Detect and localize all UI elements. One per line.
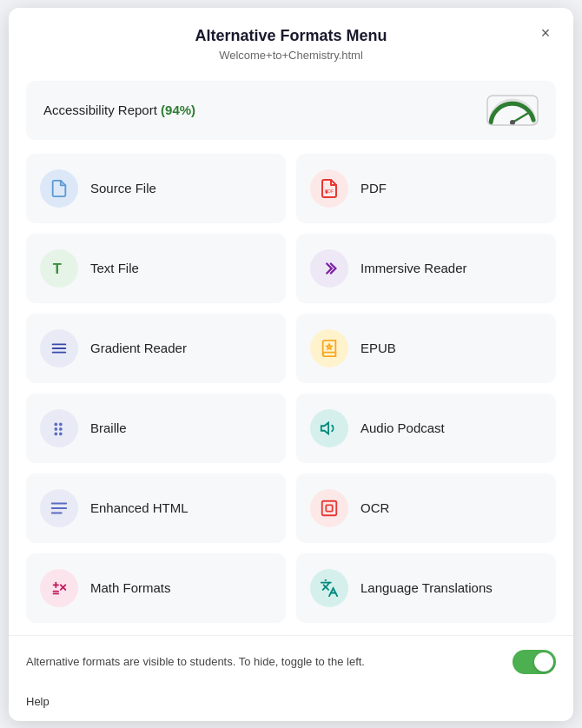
text-file-icon: T	[40, 249, 78, 288]
enhanced-html-icon	[40, 489, 78, 527]
svg-rect-19	[322, 500, 337, 515]
gradient-reader-label: Gradient Reader	[90, 341, 187, 355]
modal-header: Alternative Formats Menu Welcome+to+Chem…	[9, 8, 573, 69]
epub-label: EPUB	[360, 341, 396, 355]
accessibility-bar: Accessibility Report (94%)	[26, 81, 556, 140]
accessibility-percent: (94%)	[161, 103, 195, 117]
help-link[interactable]: Help	[26, 695, 50, 708]
pdf-label: PDF	[360, 181, 387, 195]
ocr-icon	[310, 489, 348, 527]
svg-point-11	[55, 432, 58, 435]
grid-item-ocr[interactable]: OCR	[296, 473, 556, 543]
audio-podcast-label: Audio Podcast	[360, 420, 445, 435]
enhanced-html-label: Enhanced HTML	[90, 500, 188, 515]
footer-text: Alternative formats are visible to stude…	[26, 655, 513, 668]
grid-item-epub[interactable]: EPUB	[296, 314, 556, 383]
gradient-reader-icon	[40, 329, 78, 367]
format-grid: Source FilePDFPDFTText FileImmersive Rea…	[9, 140, 573, 635]
accessibility-label: Accessibility Report (94%)	[43, 103, 195, 117]
modal-title: Alternative Formats Menu	[26, 27, 556, 45]
pdf-icon: PDF	[310, 169, 348, 208]
modal-container: Alternative Formats Menu Welcome+to+Chem…	[9, 8, 573, 721]
language-translations-icon	[310, 569, 348, 607]
svg-point-13	[59, 427, 63, 431]
svg-point-10	[55, 427, 58, 431]
grid-item-enhanced-html[interactable]: Enhanced HTML	[26, 473, 286, 543]
accessibility-text-label: Accessibility Report	[43, 103, 161, 117]
toggle-knob	[534, 652, 553, 672]
grid-item-immersive-reader[interactable]: Immersive Reader	[296, 234, 556, 303]
svg-point-9	[55, 422, 58, 426]
svg-marker-15	[321, 422, 328, 433]
svg-point-14	[59, 432, 63, 435]
math-formats-icon	[40, 569, 78, 607]
immersive-reader-icon	[310, 249, 348, 288]
immersive-reader-label: Immersive Reader	[360, 261, 467, 275]
grid-item-source-file[interactable]: Source File	[26, 154, 286, 223]
gauge-svg	[486, 95, 539, 126]
svg-point-12	[59, 422, 63, 426]
grid-item-math-formats[interactable]: Math Formats	[26, 553, 286, 623]
svg-rect-20	[326, 505, 332, 511]
svg-point-1	[510, 120, 515, 125]
grid-item-text-file[interactable]: TText File	[26, 234, 286, 303]
svg-line-0	[513, 112, 530, 122]
epub-icon	[310, 329, 348, 367]
grid-item-pdf[interactable]: PDFPDF	[296, 154, 556, 223]
grid-item-braille[interactable]: Braille	[26, 394, 286, 463]
source-file-icon	[40, 169, 78, 208]
close-button[interactable]: ×	[535, 23, 556, 44]
math-formats-label: Math Formats	[90, 580, 171, 595]
grid-item-language-translations[interactable]: Language Translations	[296, 553, 556, 623]
footer: Alternative formats are visible to stude…	[9, 635, 573, 688]
svg-text:T: T	[53, 260, 62, 275]
braille-label: Braille	[90, 420, 127, 435]
modal-subtitle: Welcome+to+Chemistry.html	[26, 49, 556, 62]
text-file-label: Text File	[90, 261, 139, 275]
visibility-toggle[interactable]	[513, 650, 556, 674]
braille-icon	[40, 409, 78, 447]
grid-item-audio-podcast[interactable]: Audio Podcast	[296, 394, 556, 463]
grid-item-gradient-reader[interactable]: Gradient Reader	[26, 314, 286, 383]
gauge-container	[486, 95, 539, 126]
svg-text:PDF: PDF	[325, 189, 334, 194]
ocr-label: OCR	[360, 500, 389, 515]
language-translations-label: Language Translations	[360, 580, 493, 595]
source-file-label: Source File	[90, 181, 156, 195]
help-bar: Help	[9, 688, 573, 721]
audio-podcast-icon	[310, 409, 348, 447]
